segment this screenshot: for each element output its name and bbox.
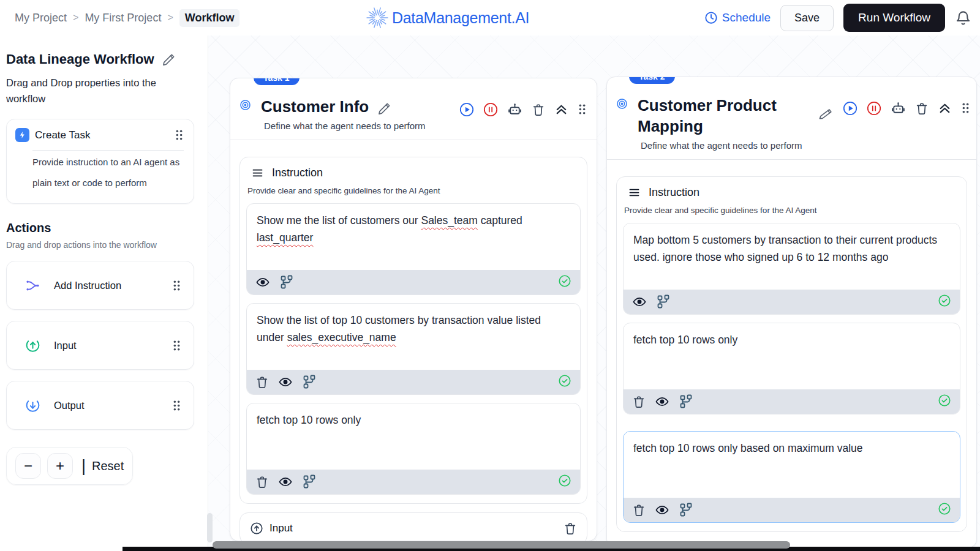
delete-task-icon[interactable] (532, 103, 545, 116)
eye-icon[interactable] (632, 294, 647, 309)
edit-task-title-icon[interactable] (377, 102, 391, 116)
check-circle-icon (938, 294, 951, 307)
arrow-down-circle-icon (25, 398, 40, 413)
branch-icon[interactable] (279, 275, 294, 290)
collapse-task-icon[interactable] (554, 102, 568, 116)
zoom-out-button[interactable]: − (15, 453, 41, 479)
instruction-text[interactable]: Show me the list of customers our Sales_… (247, 204, 580, 270)
drag-handle-icon[interactable] (172, 279, 181, 292)
instruction-box[interactable]: fetch top 10 rows only based on maximum … (623, 431, 960, 523)
instruction-toolbar (624, 290, 960, 314)
input-section-label: Input (270, 522, 293, 534)
zoom-divider: | (81, 457, 86, 476)
robot-agent-icon[interactable] (891, 100, 906, 116)
eye-icon[interactable] (255, 275, 270, 290)
breadcrumb-my-first-project[interactable]: My First Project (85, 12, 161, 24)
hamburger-icon[interactable] (628, 186, 641, 199)
pause-task-icon[interactable] (483, 102, 498, 117)
instruction-box[interactable]: Show the list of top 10 customers by tra… (246, 303, 581, 395)
action-output[interactable]: Output (6, 381, 194, 430)
action-input[interactable]: Input (6, 321, 194, 370)
check-circle-icon (558, 374, 571, 388)
horizontal-scrollbar-thumb[interactable] (213, 541, 790, 549)
zoom-in-button[interactable]: + (47, 453, 73, 479)
task-subtitle: Define what the agent needs to perform (641, 140, 965, 151)
trash-icon[interactable] (255, 475, 269, 489)
play-task-icon[interactable] (459, 102, 474, 117)
schedule-button[interactable]: Schedule (704, 11, 771, 24)
workflow-subtitle: Drag and Drop properties into the workfl… (6, 75, 184, 107)
run-workflow-button[interactable]: Run Workflow (843, 4, 945, 32)
eye-icon[interactable] (278, 474, 293, 489)
breadcrumb: My Project > My First Project > Workflow (15, 0, 239, 36)
drag-handle-icon[interactable] (961, 102, 970, 114)
instruction-text[interactable]: fetch top 10 rows only (624, 323, 960, 389)
instruction-box[interactable]: Map bottom 5 customers by transaction to… (623, 223, 960, 315)
delete-task-icon[interactable] (915, 102, 929, 115)
hamburger-icon[interactable] (251, 167, 264, 179)
eye-icon[interactable] (655, 503, 669, 517)
drag-handle-icon[interactable] (172, 339, 181, 352)
header-actions: Schedule Save Run Workflow (704, 0, 971, 36)
task-subtitle: Define what the agent needs to perform (264, 121, 586, 131)
app-logo: DataManagement.AI (366, 0, 529, 36)
shuffle-icon (25, 278, 40, 293)
instruction-box[interactable]: fetch top 10 rows only (623, 323, 960, 414)
trash-icon[interactable] (255, 375, 269, 389)
task-card-2[interactable]: Task 2 Customer Product Mapping Define w… (606, 77, 977, 548)
edit-task-title-icon[interactable] (818, 106, 834, 122)
breadcrumb-separator: > (73, 12, 78, 23)
create-task-card[interactable]: Create Task Provide instruction to an AI… (6, 119, 194, 204)
play-task-icon[interactable] (843, 101, 858, 116)
divider (607, 159, 976, 160)
action-label: Input (54, 340, 172, 351)
vertical-scrollbar-thumb[interactable] (207, 513, 213, 542)
instruction-box[interactable]: Show me the list of customers our Sales_… (246, 203, 581, 295)
action-add-instruction[interactable]: Add Instruction (6, 261, 194, 310)
delete-input-icon[interactable] (564, 522, 577, 535)
branch-icon[interactable] (679, 394, 693, 409)
instruction-text[interactable]: Show the list of top 10 customers by tra… (247, 304, 580, 370)
instruction-toolbar (624, 498, 960, 522)
instruction-text[interactable]: Map bottom 5 customers by transaction to… (624, 223, 960, 290)
save-button[interactable]: Save (780, 5, 834, 31)
robot-agent-icon[interactable] (507, 102, 522, 117)
arrow-up-circle-icon (250, 522, 263, 535)
instruction-box[interactable]: fetch top 10 rows only (246, 403, 581, 495)
drag-handle-icon[interactable] (172, 399, 181, 412)
breadcrumb-my-project[interactable]: My Project (15, 12, 67, 24)
target-icon (616, 98, 628, 110)
instruction-list: Map bottom 5 customers by transaction to… (623, 223, 960, 523)
trash-icon[interactable] (632, 395, 646, 408)
workflow-title: Data Lineage Workflow (6, 51, 154, 67)
collapse-task-icon[interactable] (938, 101, 952, 115)
task-card-1[interactable]: Task 1 Customer Info Define what the age… (230, 78, 597, 541)
instruction-text[interactable]: fetch top 10 rows only (247, 403, 580, 470)
input-section[interactable]: Input (239, 512, 587, 541)
action-label: Output (54, 400, 172, 411)
starburst-logo-icon (366, 7, 388, 29)
eye-icon[interactable] (278, 375, 293, 389)
pause-task-icon[interactable] (867, 101, 881, 116)
branch-icon[interactable] (679, 503, 693, 517)
workflow-canvas[interactable]: Task 1 Customer Info Define what the age… (208, 36, 980, 551)
branch-icon[interactable] (656, 294, 671, 309)
instruction-toolbar (624, 389, 960, 414)
drag-handle-icon[interactable] (175, 129, 184, 141)
instruction-text[interactable]: fetch top 10 rows only based on maximum … (624, 432, 960, 498)
branch-icon[interactable] (302, 474, 317, 489)
branch-icon[interactable] (302, 375, 317, 389)
eye-icon[interactable] (655, 394, 669, 409)
top-bar: My Project > My First Project > Workflow… (0, 0, 980, 36)
drag-handle-icon[interactable] (578, 103, 587, 116)
zoom-reset-button[interactable]: Reset (92, 459, 124, 473)
clock-icon (704, 11, 718, 24)
edit-workflow-title-icon[interactable] (162, 53, 176, 67)
instruction-guideline: Provide clear and specific guidelines fo… (247, 186, 581, 195)
lightning-icon (15, 128, 29, 142)
instruction-section-title: Instruction (649, 186, 699, 199)
bell-icon[interactable] (955, 10, 971, 26)
instruction-section-title: Instruction (272, 167, 323, 179)
trash-icon[interactable] (632, 503, 646, 517)
task-title: Customer Product Mapping (638, 96, 800, 137)
